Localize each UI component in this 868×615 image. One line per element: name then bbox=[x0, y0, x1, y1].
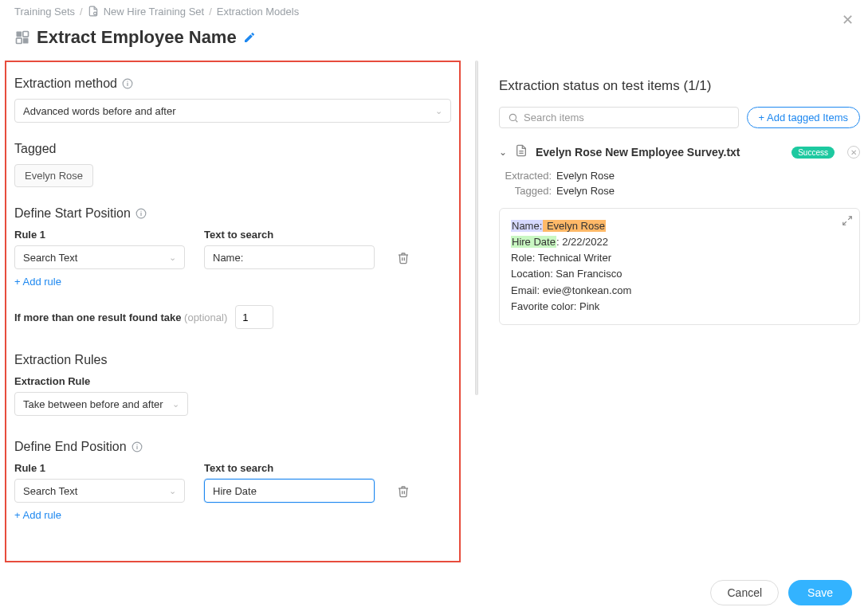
multi-result-label: If more than one result found take (opti… bbox=[14, 311, 227, 323]
start-rule-text-input[interactable] bbox=[204, 245, 375, 269]
end-rule-type-select[interactable]: Search Text ⌄ bbox=[14, 479, 185, 503]
add-rule-link[interactable]: + Add rule bbox=[14, 276, 61, 288]
extraction-method-value: Advanced words before and after bbox=[23, 105, 176, 117]
start-rule-type-value: Search Text bbox=[23, 252, 77, 264]
extracted-value: Evelyn Rose bbox=[556, 170, 615, 182]
chevron-down-icon: ⌄ bbox=[172, 399, 179, 409]
info-icon[interactable] bbox=[132, 441, 143, 452]
config-panel: Extraction method Advanced words before … bbox=[0, 61, 469, 567]
breadcrumb-set[interactable]: New Hire Training Set bbox=[104, 6, 204, 18]
svg-point-7 bbox=[127, 80, 128, 81]
breadcrumb-root[interactable]: Training Sets bbox=[14, 6, 75, 18]
multi-result-input[interactable] bbox=[235, 305, 273, 329]
extraction-method-select[interactable]: Advanced words before and after ⌄ bbox=[14, 99, 451, 123]
close-icon[interactable]: ✕ bbox=[842, 11, 854, 29]
page-title: Extract Employee Name bbox=[37, 27, 237, 48]
trash-icon[interactable] bbox=[397, 252, 410, 264]
start-position-heading: Define Start Position bbox=[14, 206, 454, 221]
info-icon[interactable] bbox=[122, 78, 133, 89]
svg-point-0 bbox=[93, 12, 96, 15]
extraction-rules-heading: Extraction Rules bbox=[14, 353, 454, 367]
text-to-search-label-end: Text to search bbox=[204, 462, 375, 474]
rule1-label-end: Rule 1 bbox=[14, 462, 185, 474]
tagged-value-right: Evelyn Rose bbox=[556, 185, 615, 197]
extracted-label: Extracted: bbox=[502, 170, 552, 182]
chevron-down-icon: ⌄ bbox=[169, 253, 176, 263]
footer: Cancel Save bbox=[0, 570, 868, 615]
add-rule-link-end[interactable]: + Add rule bbox=[14, 509, 61, 521]
highlight-end-key: Hire Date bbox=[511, 236, 556, 248]
end-rule-text-input[interactable] bbox=[204, 479, 375, 503]
chevron-down-icon: ⌄ bbox=[435, 106, 442, 116]
svg-rect-1 bbox=[17, 32, 22, 37]
highlight-start-key: Name: bbox=[511, 220, 543, 232]
expand-icon[interactable] bbox=[842, 215, 853, 226]
svg-rect-3 bbox=[17, 38, 22, 44]
end-rule-type-value: Search Text bbox=[23, 485, 77, 497]
breadcrumb-sep: / bbox=[80, 6, 83, 18]
status-heading: Extraction status on test items (1/1) bbox=[499, 78, 860, 94]
preview-line: Email: evie@tonkean.com bbox=[511, 283, 848, 299]
search-input[interactable]: Search items bbox=[499, 107, 739, 128]
preview-line: Name: Evelyn Rose bbox=[511, 218, 848, 234]
file-icon bbox=[515, 144, 528, 160]
extraction-rule-select[interactable]: Take between before and after ⌄ bbox=[14, 392, 188, 416]
breadcrumb-leaf[interactable]: Extraction Models bbox=[217, 6, 299, 18]
tagged-heading: Tagged bbox=[14, 142, 454, 156]
add-tagged-items-button[interactable]: + Add tagged Items bbox=[747, 107, 860, 128]
rule1-label: Rule 1 bbox=[14, 229, 185, 241]
svg-point-10 bbox=[140, 210, 141, 211]
extraction-rule-value: Take between before and after bbox=[23, 398, 163, 410]
pencil-icon[interactable] bbox=[243, 31, 256, 44]
info-icon[interactable] bbox=[136, 208, 147, 219]
expand-caret-icon[interactable]: ⌄ bbox=[499, 147, 507, 158]
modules-icon bbox=[14, 29, 30, 45]
text-to-search-label: Text to search bbox=[204, 229, 375, 241]
svg-line-19 bbox=[843, 221, 846, 225]
save-button[interactable]: Save bbox=[788, 580, 852, 605]
preview-line: Role: Technical Writer bbox=[511, 250, 848, 266]
status-badge: Success bbox=[791, 147, 835, 159]
svg-rect-4 bbox=[23, 38, 29, 44]
tagged-label: Tagged: bbox=[502, 185, 552, 197]
chevron-down-icon: ⌄ bbox=[169, 486, 176, 496]
search-icon bbox=[508, 112, 519, 123]
tagged-value-pill[interactable]: Evelyn Rose bbox=[14, 164, 93, 187]
cancel-button[interactable]: Cancel bbox=[710, 580, 779, 605]
test-panel: Extraction status on test items (1/1) Se… bbox=[485, 61, 868, 567]
start-rule-type-select[interactable]: Search Text ⌄ bbox=[14, 245, 185, 269]
trash-icon[interactable] bbox=[397, 485, 410, 498]
preview-line: Favorite color: Pink bbox=[511, 299, 848, 315]
extraction-rule-label: Extraction Rule bbox=[14, 375, 454, 387]
scroll-divider[interactable] bbox=[475, 61, 478, 395]
svg-point-13 bbox=[136, 444, 137, 445]
svg-line-18 bbox=[848, 217, 851, 220]
title-row: Extract Employee Name bbox=[0, 21, 868, 61]
extraction-method-heading: Extraction method bbox=[14, 76, 454, 91]
breadcrumb-sep: / bbox=[209, 6, 212, 18]
search-placeholder: Search items bbox=[524, 112, 584, 123]
preview-line: Location: San Francisco bbox=[511, 266, 848, 282]
svg-line-15 bbox=[516, 119, 518, 122]
breadcrumb: Training Sets / New Hire Training Set / … bbox=[0, 0, 868, 21]
preview-card: Name: Evelyn Rose Hire Date: 2/22/2022 R… bbox=[499, 208, 860, 325]
end-position-heading: Define End Position bbox=[14, 440, 454, 454]
test-item-filename[interactable]: Evelyn Rose New Employee Survey.txt bbox=[536, 146, 784, 159]
preview-line: Hire Date: 2/22/2022 bbox=[511, 234, 848, 250]
highlight-extracted: Evelyn Rose bbox=[543, 220, 606, 232]
svg-point-14 bbox=[509, 114, 516, 120]
remove-item-icon[interactable]: ✕ bbox=[847, 146, 860, 159]
svg-rect-2 bbox=[23, 32, 29, 37]
doc-icon bbox=[88, 5, 99, 18]
